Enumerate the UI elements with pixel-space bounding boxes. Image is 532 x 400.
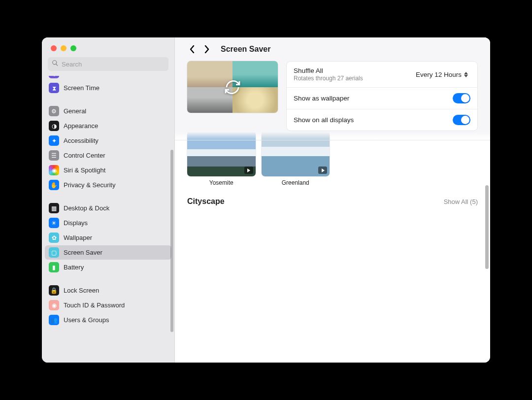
sidebar-item-label: Appearance [64,122,98,130]
sidebar-item-wallpaper[interactable]: ✿Wallpaper [45,231,171,245]
show-as-wallpaper-toggle[interactable] [453,93,470,103]
play-icon [318,167,327,174]
battery-icon: ▮ [49,262,59,272]
shuffle-interval-selector[interactable]: Every 12 Hours [416,70,470,79]
back-button[interactable] [187,44,197,54]
sidebar-item-label: Privacy & Security [64,181,115,189]
content-scrollbar[interactable] [485,185,489,269]
lock-icon: 🔒 [49,285,59,296]
sidebar-item-label: Lock Screen [64,287,99,294]
sidebar-item-label: Desktop & Dock [64,204,109,212]
sidebar-item-desktop-dock[interactable]: ▦Desktop & Dock [45,201,171,215]
sidebar-item-label: General [64,107,86,115]
screensaver-icon: ▢ [49,247,59,258]
sidebar: ◐Focus⧗Screen Time⚙General◑Appearance✦Ac… [42,37,175,363]
forward-button[interactable] [202,44,212,54]
sidebar-item-siri-spotlight[interactable]: ◉Siri & Spotlight [45,163,171,177]
sidebar-item-label: Users & Groups [64,316,109,324]
sidebar-item-focus[interactable]: ◐Focus [45,76,171,80]
shuffle-settings-panel: Shuffle All Rotates through 27 aerials E… [286,61,478,131]
show-on-all-displays-toggle[interactable] [453,115,470,125]
sun-icon: ☀ [49,218,59,228]
search-input[interactable] [62,61,165,68]
zoom-icon[interactable] [70,45,76,51]
accessibility-icon: ✦ [49,135,59,146]
sidebar-item-label: Battery [64,264,84,271]
sidebar-item-touch-id-password[interactable]: ◉Touch ID & Password [45,298,171,312]
sidebar-item-battery[interactable]: ▮Battery [45,260,171,274]
sidebar-item-screen-time[interactable]: ⧗Screen Time [45,81,171,95]
page-title: Screen Saver [221,45,270,54]
shuffle-preview[interactable] [187,61,278,113]
hand-icon: ✋ [49,180,59,190]
dock-icon: ▦ [49,203,59,213]
fingerprint-icon: ◉ [49,300,59,310]
sidebar-item-appearance[interactable]: ◑Appearance [45,119,171,133]
sidebar-item-label: Siri & Spotlight [64,167,105,174]
shuffle-interval-value: Every 12 Hours [416,71,462,78]
thumb-label: Greenland [282,179,309,186]
page-header: Screen Saver Shuffle All Rotates through… [175,37,490,140]
users-icon: 👥 [49,315,59,325]
moon-icon: ◐ [49,76,59,78]
window-controls [42,37,174,57]
sidebar-scrollbar[interactable] [170,150,173,332]
sidebar-item-displays[interactable]: ☀Displays [45,216,171,230]
section-toggle[interactable]: Show All (5) [444,198,478,205]
sliders-icon: ☰ [49,150,59,161]
shuffle-subtitle: Rotates through 27 aerials [294,75,363,82]
sidebar-item-label: Control Center [64,152,105,159]
show-as-wallpaper-label: Show as wallpaper [294,95,349,102]
sidebar-item-label: Displays [64,219,88,227]
sidebar-item-label: Focus [64,76,81,77]
search-icon [52,60,59,68]
close-icon[interactable] [51,45,57,51]
sidebar-item-users-groups[interactable]: 👥Users & Groups [45,313,171,327]
siri-icon: ◉ [49,165,59,175]
gear-icon: ⚙ [49,106,59,116]
sidebar-item-privacy-security[interactable]: ✋Privacy & Security [45,178,171,192]
play-icon [244,167,253,174]
sidebar-item-accessibility[interactable]: ✦Accessibility [45,133,171,148]
stepper-icon [464,70,470,79]
section-title: Cityscape [187,197,225,206]
sidebar-item-label: Accessibility [64,137,99,144]
sidebar-item-general[interactable]: ⚙General [45,104,171,118]
sidebar-item-label: Screen Time [64,84,100,92]
sidebar-item-label: Wallpaper [64,234,92,241]
content-pane: VenturaMontereyLandscapeShow LessGrand C… [175,37,490,363]
sidebar-item-label: Screen Saver [64,249,102,256]
minimize-icon[interactable] [61,45,66,51]
settings-window: ◐Focus⧗Screen Time⚙General◑Appearance✦Ac… [42,37,490,363]
flower-icon: ✿ [49,233,59,243]
sidebar-item-screen-saver[interactable]: ▢Screen Saver [45,245,171,260]
thumb-label: Yosemite [209,179,233,186]
show-on-all-displays-label: Show on all displays [294,116,354,124]
appearance-icon: ◑ [49,121,59,131]
hourglass-icon: ⧗ [49,83,59,93]
shuffle-title: Shuffle All [294,67,363,74]
sidebar-item-lock-screen[interactable]: 🔒Lock Screen [45,283,171,298]
search-field[interactable] [48,57,168,71]
sidebar-item-label: Touch ID & Password [64,301,125,309]
sidebar-item-control-center[interactable]: ☰Control Center [45,148,171,163]
